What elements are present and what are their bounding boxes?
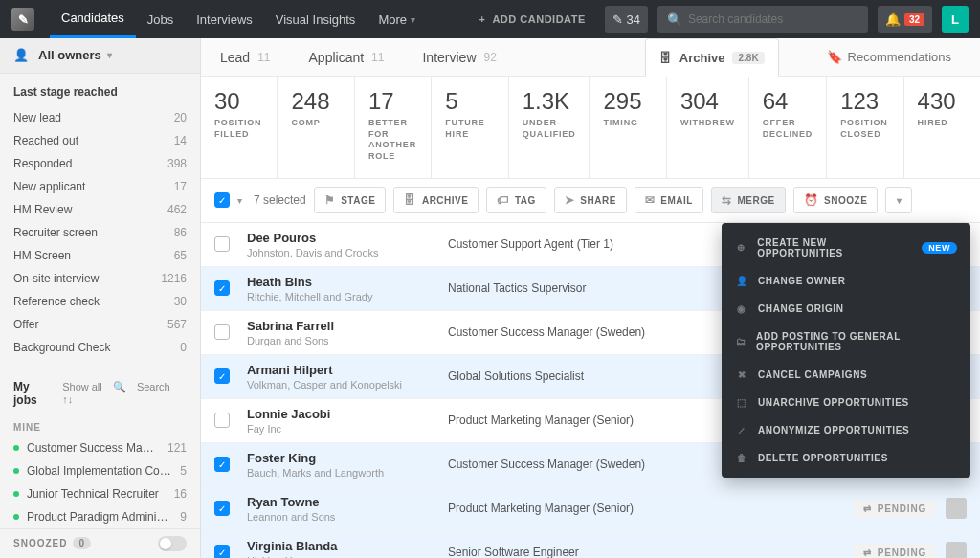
row-checkbox[interactable] <box>214 413 230 428</box>
sidebar-stage-item[interactable]: New applicant17 <box>0 175 200 198</box>
row-checkbox[interactable]: ✓ <box>214 501 230 516</box>
stat-cell[interactable]: 430HIRED <box>904 77 980 178</box>
select-caret[interactable]: ▾ <box>237 195 242 206</box>
stat-cell[interactable]: 248COMP <box>278 77 354 178</box>
dropdown-item[interactable]: ◉CHANGE ORIGIN <box>722 295 970 323</box>
sidebar-job-item[interactable]: Customer Success Manager (…121 <box>0 436 200 459</box>
dropdown-item-icon: ⟋ <box>735 425 748 435</box>
search-icon: 🔍 <box>667 12 682 27</box>
sidebar-stage-item[interactable]: HM Screen65 <box>0 244 200 267</box>
nav-more[interactable]: More ▾ <box>367 0 427 38</box>
dropdown-item[interactable]: 🗂ADD POSTING TO GENERAL OPPORTUNITIES <box>722 323 970 361</box>
row-checkbox[interactable]: ✓ <box>214 545 230 558</box>
sidebar-stage-item[interactable]: HM Review462 <box>0 198 200 221</box>
stat-cell[interactable]: 1.3KUNDER-QUALIFIED <box>509 77 590 178</box>
assignee-avatar[interactable] <box>946 542 967 558</box>
more-actions-button[interactable]: ▾ <box>885 187 912 213</box>
pending-badge: ⇄PENDING <box>854 500 936 518</box>
sidebar-stage-item[interactable]: Recruiter screen86 <box>0 221 200 244</box>
tab-applicant[interactable]: Applicant11 <box>309 50 385 65</box>
dropdown-item-icon: ✖ <box>735 369 748 380</box>
candidate-name: Dee Pouros <box>247 231 448 245</box>
row-checkbox[interactable] <box>214 236 230 252</box>
snoozed-toggle[interactable] <box>158 536 187 551</box>
dropdown-item-icon: 🗑 <box>735 453 748 463</box>
dropdown-item[interactable]: 🗑DELETE OPPORTUNITIES <box>722 444 970 472</box>
snoozed-bar[interactable]: SNOOZED 0 <box>0 528 200 558</box>
tag-button[interactable]: 🏷TAG <box>486 187 546 213</box>
email-button[interactable]: ✉EMAIL <box>635 187 703 213</box>
sidebar-job-item[interactable]: Junior Technical Recruiter16 <box>0 482 200 505</box>
stage-button[interactable]: ⚑STAGE <box>314 187 387 213</box>
snooze-button[interactable]: ⏰SNOOZE <box>793 187 879 213</box>
email-icon: ✉ <box>645 193 656 207</box>
sidebar-stage-item[interactable]: Reference check30 <box>0 290 200 313</box>
stat-cell[interactable]: 64OFFER DECLINED <box>749 77 827 178</box>
merge-button[interactable]: ⇆MERGE <box>711 187 786 213</box>
dropdown-item-icon: ⬚ <box>735 397 748 408</box>
dropdown-item[interactable]: ⬚UNARCHIVE OPPORTUNITIES <box>722 389 970 416</box>
share-button[interactable]: ➤SHARE <box>554 187 627 213</box>
chevron-down-icon: ▾ <box>897 195 902 206</box>
sort-icon[interactable]: ↑↓ <box>62 393 73 405</box>
search-input[interactable] <box>688 12 858 26</box>
nav-candidates[interactable]: Candidates <box>50 0 136 38</box>
sidebar-stage-item[interactable]: Offer567 <box>0 313 200 336</box>
stat-cell[interactable]: 304WITHDREW <box>667 77 749 178</box>
nav-interviews[interactable]: Interviews <box>185 0 264 38</box>
sidebar-job-item[interactable]: Product Paradigm Administrator9 <box>0 505 200 528</box>
user-avatar[interactable]: L <box>942 6 969 33</box>
clock-icon: ⏰ <box>804 193 819 207</box>
nav-visual-insights[interactable]: Visual Insights <box>264 0 368 38</box>
tab-archive[interactable]: 🗄 Archive 2.8K <box>645 38 779 77</box>
sidebar-job-item[interactable]: Global Implementation Coordin…5 <box>0 459 200 482</box>
search-jobs-link[interactable]: 🔍 Search <box>113 381 170 392</box>
archive-button[interactable]: 🗄ARCHIVE <box>393 187 479 213</box>
row-checkbox[interactable] <box>214 324 230 340</box>
edit-button[interactable]: ✎ 34 <box>605 6 648 33</box>
sidebar-stage-item[interactable]: Background Check0 <box>0 336 200 359</box>
app-logo-icon[interactable]: ✎ <box>11 8 34 31</box>
candidate-company: Leannon and Sons <box>247 511 448 523</box>
sidebar: 👤 All owners ▾ Last stage reached New le… <box>0 38 201 558</box>
candidate-row[interactable]: ✓ Ryan TowneLeannon and Sons Product Mar… <box>201 487 980 531</box>
show-all-link[interactable]: Show all <box>62 381 102 392</box>
dropdown-item[interactable]: ✖CANCEL CAMPAIGNS <box>722 361 970 389</box>
tab-recommendations[interactable]: 🔖 Recommendations <box>817 50 961 64</box>
assignee-avatar[interactable] <box>946 498 967 519</box>
tab-lead[interactable]: Lead11 <box>220 50 271 65</box>
candidate-company: Ritchie, Mitchell and Grady <box>247 291 448 302</box>
status-dot-icon <box>13 491 19 497</box>
row-checkbox[interactable]: ✓ <box>214 280 230 296</box>
sidebar-stage-item[interactable]: On-site interview1216 <box>0 267 200 290</box>
stat-cell[interactable]: 5FUTURE HIRE <box>432 77 508 178</box>
sidebar-stage-item[interactable]: Responded398 <box>0 152 200 175</box>
stat-cell[interactable]: 30POSITION FILLED <box>201 77 278 178</box>
add-candidate-button[interactable]: + ADD CANDIDATE <box>467 6 596 33</box>
candidate-company: Volkman, Casper and Konopelski <box>247 379 448 391</box>
stat-cell[interactable]: 295TIMING <box>590 77 666 178</box>
row-checkbox[interactable]: ✓ <box>214 457 230 472</box>
sidebar-stage-item[interactable]: New lead20 <box>0 106 200 129</box>
stat-cell[interactable]: 17BETTER FOR ANOTHER ROLE <box>355 77 432 178</box>
tab-interview[interactable]: Interview92 <box>422 50 496 65</box>
sidebar-stage-item[interactable]: Reached out14 <box>0 129 200 152</box>
tag-icon: 🏷 <box>497 193 509 207</box>
owners-filter[interactable]: 👤 All owners ▾ <box>0 38 200 74</box>
pending-badge: ⇄PENDING <box>854 544 936 558</box>
candidate-row[interactable]: ✓ Virginia BlandaHickle - Hansen Senior … <box>201 531 980 558</box>
candidate-name: Lonnie Jacobi <box>247 407 448 421</box>
swap-icon: ⇄ <box>863 503 872 514</box>
dropdown-item[interactable]: 👤CHANGE OWNER <box>722 267 970 295</box>
nav-jobs[interactable]: Jobs <box>136 0 185 38</box>
dropdown-item[interactable]: ⟋ANONYMIZE OPPORTUNITIES <box>722 416 970 444</box>
candidate-company: Bauch, Marks and Langworth <box>247 467 448 479</box>
row-checkbox[interactable]: ✓ <box>214 368 230 384</box>
notifications-button[interactable]: 🔔 32 <box>878 6 932 33</box>
stat-cell[interactable]: 123POSITION CLOSED <box>827 77 903 178</box>
select-all-checkbox[interactable]: ✓ <box>214 192 230 208</box>
action-bar: ✓ ▾ 7 selected ⚑STAGE 🗄ARCHIVE 🏷TAG ➤SHA… <box>201 179 980 223</box>
search-candidates[interactable]: 🔍 <box>657 6 868 33</box>
pencil-icon: ✎ <box>612 12 623 27</box>
dropdown-item[interactable]: ⊕CREATE NEW OPPORTUNITIESNEW <box>722 229 970 267</box>
